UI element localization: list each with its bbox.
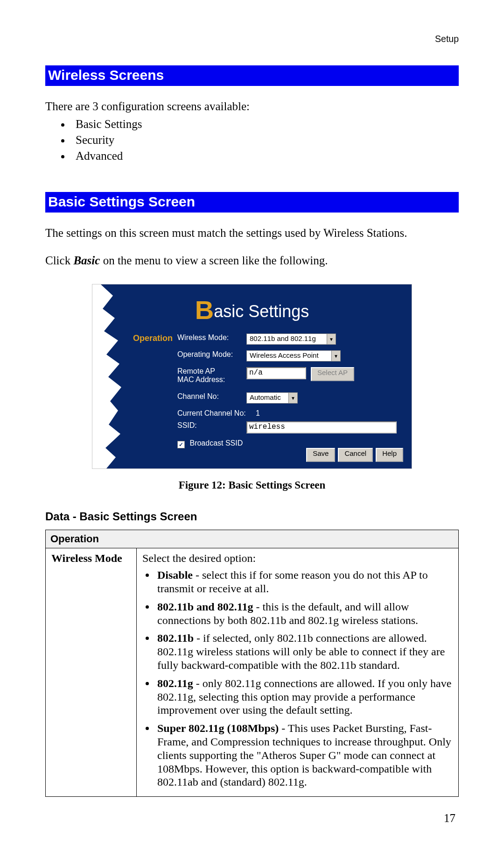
- wireless-mode-select[interactable]: 802.11b and 802.11g ▼: [246, 333, 336, 345]
- emphasized-term: Basic: [73, 254, 100, 267]
- table-section-header: Operation: [46, 530, 459, 548]
- text-fragment: Click: [45, 254, 73, 267]
- paragraph: Click Basic on the menu to view a screen…: [45, 254, 459, 268]
- dropdown-arrow-icon: ▼: [327, 334, 336, 344]
- save-button[interactable]: Save: [306, 448, 335, 462]
- channel-no-label: Channel No:: [177, 392, 246, 401]
- list-item: Basic Settings: [71, 116, 459, 132]
- panel-title: Basic Settings: [92, 284, 412, 325]
- list-item: 802.11b and 802.11g - this is the defaul…: [155, 599, 453, 631]
- list-item: Advanced: [71, 148, 459, 164]
- table-row-name: Wireless Mode: [46, 548, 137, 797]
- broadcast-ssid-label: Broadcast SSID: [189, 439, 243, 447]
- table-row-description: Select the desired option: Disable - sel…: [137, 548, 459, 797]
- panel-section-label: Operation: [133, 333, 173, 343]
- intro-text: There are 3 configuration screens availa…: [45, 100, 459, 113]
- cancel-button[interactable]: Cancel: [338, 448, 373, 462]
- broadcast-ssid-row: ✓ Broadcast SSID: [177, 439, 243, 447]
- ssid-input[interactable]: wireless: [246, 421, 397, 433]
- panel-title-dropcap: B: [195, 295, 214, 325]
- dropdown-arrow-icon: ▼: [288, 393, 297, 403]
- list-item: Super 802.11g (108Mbps) - This uses Pack…: [155, 721, 453, 793]
- list-item: 802.11g - only 802.11g connections are a…: [155, 676, 453, 721]
- wireless-mode-label: Wireless Mode:: [177, 333, 246, 342]
- figure-caption: Figure 12: Basic Settings Screen: [45, 479, 459, 491]
- list-item: Security: [71, 132, 459, 148]
- paragraph: The settings on this screen must match t…: [45, 227, 459, 240]
- channel-no-value: Automatic: [247, 393, 288, 403]
- options-list: Disable - select this if for some reason…: [142, 567, 453, 793]
- panel-title-text: asic Settings: [214, 302, 309, 321]
- operating-mode-select[interactable]: Wireless Access Point ▼: [246, 350, 341, 362]
- cell-intro-text: Select the desired option:: [142, 552, 256, 564]
- text-fragment: on the menu to view a screen like the fo…: [100, 254, 328, 267]
- table-row: Wireless Mode Select the desired option:…: [46, 548, 459, 797]
- config-screens-list: Basic Settings Security Advanced: [45, 116, 459, 164]
- remote-ap-mac-input[interactable]: n/a: [246, 367, 306, 379]
- wireless-mode-value: 802.11b and 802.11g: [247, 334, 327, 344]
- dropdown-arrow-icon: ▼: [331, 351, 340, 361]
- remote-ap-mac-label: Remote APMAC Address:: [177, 367, 246, 384]
- operating-mode-label: Operating Mode:: [177, 350, 246, 359]
- current-channel-no-value: 1: [256, 409, 260, 418]
- channel-no-select[interactable]: Automatic ▼: [246, 392, 298, 404]
- operating-mode-value: Wireless Access Point: [247, 351, 331, 361]
- heading-basic-settings-screen: Basic Settings Screen: [45, 192, 459, 213]
- panel-decorative-edge: [92, 284, 127, 468]
- list-item: 802.11b - if selected, only 802.11b conn…: [155, 631, 453, 675]
- embedded-basic-settings-panel: Basic Settings Operation Wireless Mode: …: [92, 284, 412, 469]
- help-button[interactable]: Help: [376, 448, 403, 462]
- subheading-data-basic-settings: Data - Basic Settings Screen: [45, 510, 459, 523]
- list-item: Disable - select this if for some reason…: [155, 567, 453, 599]
- ssid-label: SSID:: [177, 421, 246, 430]
- heading-wireless-screens: Wireless Screens: [45, 65, 459, 86]
- current-channel-no-label: Current Channel No:: [177, 409, 256, 418]
- page-number: 17: [444, 812, 455, 825]
- data-table: Operation Wireless Mode Select the desir…: [45, 530, 459, 797]
- select-ap-button[interactable]: Select AP: [311, 367, 354, 381]
- broadcast-ssid-checkbox[interactable]: ✓: [177, 441, 185, 448]
- page-section-label: Setup: [435, 34, 459, 44]
